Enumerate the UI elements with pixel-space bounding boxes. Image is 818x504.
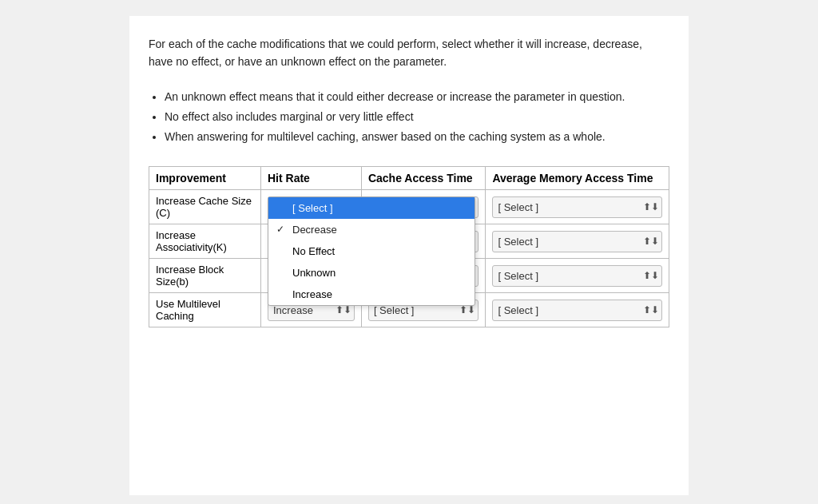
- avg-memory-select-0[interactable]: [ Select ] Decrease No Effect Unknown In…: [492, 196, 662, 218]
- avg-memory-cell-3: [ Select ] Decrease No Effect Unknown In…: [486, 293, 669, 327]
- option-increase[interactable]: Increase: [268, 284, 475, 305]
- option-decrease[interactable]: ✓ Decrease: [268, 219, 475, 240]
- col-cache-access: Cache Access Time: [361, 167, 486, 190]
- row-name: Increase Associativity(K): [149, 224, 261, 259]
- avg-memory-select-2[interactable]: [ Select ] Decrease No Effect Unknown In…: [492, 265, 662, 287]
- avg-memory-select-3[interactable]: [ Select ] Decrease No Effect Unknown In…: [492, 300, 662, 321]
- option-label: Unknown: [292, 267, 336, 279]
- dropdown-menu: [ Select ] ✓ Decrease No Effect: [268, 196, 475, 306]
- avg-memory-cell-2: [ Select ] Decrease No Effect Unknown In…: [486, 259, 669, 293]
- check-icon: ✓: [276, 224, 288, 235]
- col-avg-memory: Average Memory Access Time: [486, 167, 669, 190]
- option-label: No Effect: [292, 245, 335, 257]
- avg-memory-cell-1: [ Select ] Decrease No Effect Unknown In…: [486, 224, 669, 259]
- row-name: Increase Block Size(b): [149, 259, 261, 293]
- col-improvement: Improvement: [149, 167, 261, 190]
- option-label: [ Select ]: [292, 202, 333, 214]
- page-container: For each of the cache modifications that…: [129, 16, 689, 495]
- dropdown-open-container: [ Select ] ⬆⬇ [ Select ] ✓ Decrease: [268, 196, 355, 218]
- avg-memory-wrapper: [ Select ] Decrease No Effect Unknown In…: [492, 265, 662, 287]
- hit-rate-cell-0: [ Select ] ⬆⬇ [ Select ] ✓ Decrease: [261, 190, 362, 224]
- row-name: Use Multilevel Caching: [149, 293, 261, 327]
- avg-memory-select-1[interactable]: [ Select ] Decrease No Effect Unknown In…: [492, 231, 662, 252]
- avg-memory-cell-0: [ Select ] Decrease No Effect Unknown In…: [486, 190, 669, 224]
- option-label: Decrease: [292, 224, 337, 236]
- option-no-effect[interactable]: No Effect: [268, 240, 475, 262]
- bullet-item-3: When answering for multilevel caching, a…: [165, 127, 669, 147]
- avg-memory-wrapper: [ Select ] Decrease No Effect Unknown In…: [492, 300, 662, 321]
- col-hit-rate: Hit Rate: [261, 167, 362, 190]
- option-label: Increase: [292, 288, 332, 300]
- bullet-item-1: An unknown effect means that it could ei…: [165, 87, 669, 107]
- table-row: Increase Cache Size (C) [ Select ] ⬆⬇ [ …: [149, 190, 669, 224]
- cache-table: Improvement Hit Rate Cache Access Time A…: [149, 166, 669, 327]
- avg-memory-wrapper: [ Select ] Decrease No Effect Unknown In…: [492, 196, 662, 218]
- option-select[interactable]: [ Select ]: [268, 197, 475, 219]
- bullet-list: An unknown effect means that it could ei…: [165, 87, 669, 148]
- row-name: Increase Cache Size (C): [149, 190, 261, 224]
- intro-paragraph: For each of the cache modifications that…: [149, 35, 669, 71]
- option-unknown[interactable]: Unknown: [268, 262, 475, 284]
- bullet-item-2: No effect also includes marginal or very…: [165, 107, 669, 127]
- avg-memory-wrapper: [ Select ] Decrease No Effect Unknown In…: [492, 231, 662, 252]
